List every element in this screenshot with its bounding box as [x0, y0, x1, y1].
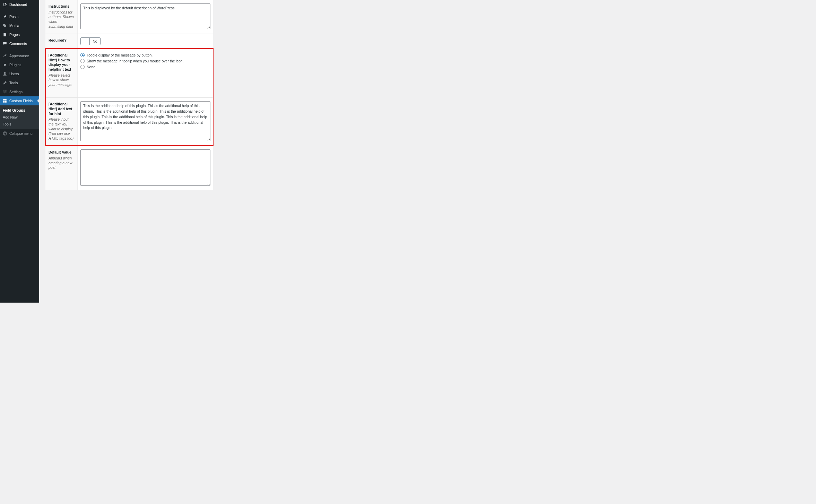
field-input: This is the additional help of this plug… [78, 98, 213, 146]
field-row-instructions: Instructions Instructions for authors. S… [45, 0, 213, 34]
radio-label: None [87, 65, 95, 69]
required-toggle[interactable]: No [80, 37, 101, 45]
sidebar-item-label: Pages [9, 33, 20, 37]
sliders-icon [3, 90, 7, 94]
default-value-textarea[interactable] [80, 149, 210, 186]
page-icon [3, 33, 7, 37]
field-label: Required? [45, 34, 78, 49]
sidebar-item-label: Users [9, 72, 19, 76]
user-icon [3, 72, 7, 76]
sidebar-item-media[interactable]: Media [0, 21, 39, 30]
field-row-hint-display: [Additional Hint] How to display your he… [45, 49, 213, 97]
layout-icon [3, 99, 7, 103]
radio-circle-icon [80, 65, 85, 69]
instructions-textarea[interactable]: This is displayed by the default descrip… [80, 3, 210, 29]
svg-point-0 [4, 72, 6, 74]
sidebar-item-label: Appearance [9, 54, 29, 58]
radio-label: Toggle display of the message by button. [87, 53, 153, 57]
sidebar-item-plugins[interactable]: Plugins [0, 60, 39, 69]
sidebar-item-label: Settings [9, 90, 23, 94]
label-desc: Please select how to show your message. [49, 73, 75, 87]
sidebar-item-dashboard[interactable]: Dashboard [0, 0, 39, 9]
sidebar-item-label: Plugins [9, 63, 21, 67]
field-label: Default Value Appears when creating a ne… [45, 146, 78, 190]
plug-icon [3, 63, 7, 67]
field-label: [Additional Hint] Add text for hint Plea… [45, 98, 78, 146]
label-desc: Instructions for authors. Shown when sub… [49, 10, 75, 29]
field-row-required: Required? No [45, 34, 213, 49]
sidebar-item-label: Posts [9, 15, 18, 19]
field-input: No [78, 34, 213, 49]
sidebar-item-custom-fields[interactable]: Custom Fields [0, 96, 39, 105]
brush-icon [3, 54, 7, 58]
highlighted-section: [Additional Hint] How to display your he… [45, 49, 213, 146]
sidebar-item-users[interactable]: Users [0, 69, 39, 78]
svg-rect-1 [3, 99, 7, 100]
label-title: [Additional Hint] Add text for hint [49, 102, 75, 116]
menu-separator [0, 10, 39, 11]
sidebar-item-label: Tools [9, 81, 18, 85]
field-row-default-value: Default Value Appears when creating a ne… [45, 146, 213, 190]
hint-text-textarea[interactable]: This is the additional help of this plug… [80, 101, 210, 141]
menu-separator [0, 49, 39, 50]
content-area: Instructions Instructions for authors. S… [39, 0, 490, 303]
label-desc: Please input the text you want to displa… [49, 117, 75, 141]
radio-circle-icon [80, 53, 85, 57]
radio-label: Show the message in tooltip when you mou… [87, 59, 184, 63]
sidebar-item-label: Media [9, 24, 19, 28]
radio-list: Toggle display of the message by button.… [80, 52, 210, 70]
sidebar-item-appearance[interactable]: Appearance [0, 51, 39, 60]
sidebar-item-tools[interactable]: Tools [0, 78, 39, 87]
radio-circle-icon [80, 59, 85, 63]
pin-icon [3, 15, 7, 19]
radio-option-toggle[interactable]: Toggle display of the message by button. [80, 52, 210, 58]
collapse-icon: ◀ [3, 131, 7, 136]
submenu-field-groups[interactable]: Field Groups [0, 107, 39, 114]
field-input: This is displayed by the default descrip… [78, 0, 213, 34]
sidebar-item-label: Comments [9, 42, 27, 46]
label-title: Default Value [49, 150, 75, 155]
field-label: Instructions Instructions for authors. S… [45, 0, 78, 34]
media-icon [3, 24, 7, 28]
comment-icon [3, 42, 7, 46]
sidebar-item-settings[interactable]: Settings [0, 87, 39, 96]
svg-rect-2 [3, 101, 5, 103]
collapse-label: Collapse menu [9, 132, 33, 136]
label-desc: Appears when creating a new post [49, 156, 75, 170]
label-title: [Additional Hint] How to display your he… [49, 53, 75, 72]
dashboard-icon [3, 2, 7, 7]
sidebar-item-pages[interactable]: Pages [0, 30, 39, 39]
sidebar-item-posts[interactable]: Posts [0, 12, 39, 21]
label-title: Instructions [49, 4, 75, 9]
sidebar-submenu: Field Groups Add New Tools [0, 105, 39, 129]
submenu-add-new[interactable]: Add New [0, 114, 39, 121]
wrench-icon [3, 81, 7, 85]
sidebar-item-comments[interactable]: Comments [0, 39, 39, 48]
submenu-tools[interactable]: Tools [0, 121, 39, 128]
radio-option-tooltip[interactable]: Show the message in tooltip when you mou… [80, 58, 210, 64]
field-row-hint-text: [Additional Hint] Add text for hint Plea… [45, 97, 213, 146]
field-settings-panel: Instructions Instructions for authors. S… [45, 0, 213, 190]
radio-option-none[interactable]: None [80, 64, 210, 70]
field-label: [Additional Hint] How to display your he… [45, 49, 78, 97]
toggle-track [81, 38, 90, 45]
sidebar-item-label: Dashboard [9, 2, 27, 7]
svg-rect-3 [5, 101, 7, 103]
sidebar-item-label: Custom Fields [9, 99, 33, 103]
collapse-menu[interactable]: ◀ Collapse menu [0, 129, 39, 138]
label-title: Required? [49, 38, 75, 43]
toggle-label: No [90, 40, 100, 43]
field-input [78, 146, 213, 190]
field-input: Toggle display of the message by button.… [78, 49, 213, 97]
admin-sidebar: Dashboard Posts Media Pages Comments App… [0, 0, 39, 303]
